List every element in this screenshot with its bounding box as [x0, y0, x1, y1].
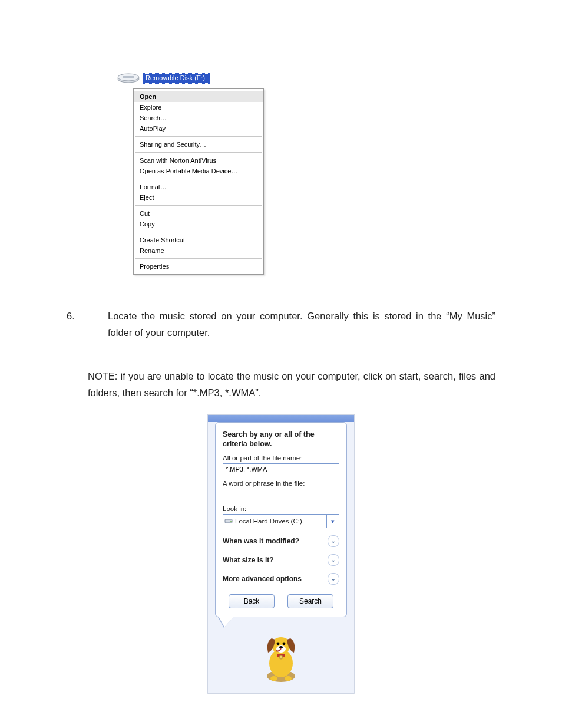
chevron-down-icon: ⌄: [328, 573, 339, 585]
context-menu-item[interactable]: Format…: [134, 182, 263, 192]
phrase-label: A word or phrase in the file:: [223, 480, 339, 487]
context-menu: OpenExploreSearch…AutoPlaySharing and Se…: [133, 88, 264, 275]
drive-icon: [117, 70, 140, 87]
chevron-down-icon: ⌄: [328, 535, 339, 547]
context-menu-item[interactable]: Copy: [134, 219, 263, 229]
chevron-down-icon: ⌄: [328, 554, 339, 566]
svg-rect-2: [123, 76, 134, 78]
speech-bubble-tail: [219, 617, 234, 627]
drive-row: Removable Disk (E:): [117, 71, 276, 86]
context-menu-item[interactable]: Search…: [134, 113, 263, 123]
svg-point-15: [279, 655, 283, 659]
context-menu-item[interactable]: Rename: [134, 245, 263, 256]
expander-row[interactable]: More advanced options⌄: [223, 573, 339, 585]
svg-point-4: [230, 521, 232, 522]
svg-point-13: [285, 676, 292, 681]
step-number: 6.: [67, 308, 108, 341]
context-menu-item[interactable]: Open as Portable Media Device…: [134, 166, 263, 176]
context-menu-item[interactable]: Open: [134, 91, 263, 102]
search-companion-panel: Search by any or all of the criteria bel…: [207, 414, 355, 694]
filename-input[interactable]: [223, 463, 339, 475]
expander-label: More advanced options: [223, 575, 302, 583]
svg-point-12: [270, 676, 277, 681]
context-menu-figure: Removable Disk (E:) OpenExploreSearch…Au…: [117, 71, 276, 275]
context-menu-item[interactable]: Scan with Norton AntiVirus: [134, 155, 263, 166]
expander-label: When was it modified?: [223, 537, 299, 545]
lookin-dropdown[interactable]: Local Hard Drives (C:) ▾: [223, 514, 339, 528]
search-dog-icon: [208, 628, 354, 693]
expander-row[interactable]: What size is it?⌄: [223, 554, 339, 566]
back-button[interactable]: Back: [229, 594, 275, 608]
search-panel-title: Search by any or all of the criteria bel…: [223, 430, 339, 449]
search-button[interactable]: Search: [287, 594, 333, 608]
filename-label: All or part of the file name:: [223, 454, 339, 462]
hard-drive-icon: [223, 518, 234, 525]
expander-label: What size is it?: [223, 556, 274, 564]
svg-point-11: [279, 646, 283, 648]
step-text: Locate the music stored on your computer…: [108, 308, 495, 341]
context-menu-item[interactable]: AutoPlay: [134, 123, 263, 134]
context-menu-item[interactable]: Cut: [134, 208, 263, 219]
lookin-value: Local Hard Drives (C:): [234, 518, 326, 525]
context-menu-item[interactable]: Properties: [134, 261, 263, 272]
phrase-input[interactable]: [223, 489, 339, 500]
svg-point-10: [283, 643, 286, 645]
instruction-text: 6. Locate the music stored on your compu…: [67, 308, 495, 401]
context-menu-item[interactable]: Create Shortcut: [134, 235, 263, 245]
drive-label[interactable]: Removable Disk (E:): [143, 73, 210, 84]
context-menu-item[interactable]: Eject: [134, 192, 263, 203]
context-menu-item[interactable]: Explore: [134, 102, 263, 113]
chevron-down-icon: ▾: [326, 515, 339, 528]
expander-row[interactable]: When was it modified?⌄: [223, 535, 339, 547]
note-text: NOTE: if you are unable to locate the mu…: [88, 368, 495, 401]
svg-point-9: [277, 643, 280, 645]
context-menu-item[interactable]: Sharing and Security…: [134, 139, 263, 150]
lookin-label: Look in:: [223, 505, 339, 512]
